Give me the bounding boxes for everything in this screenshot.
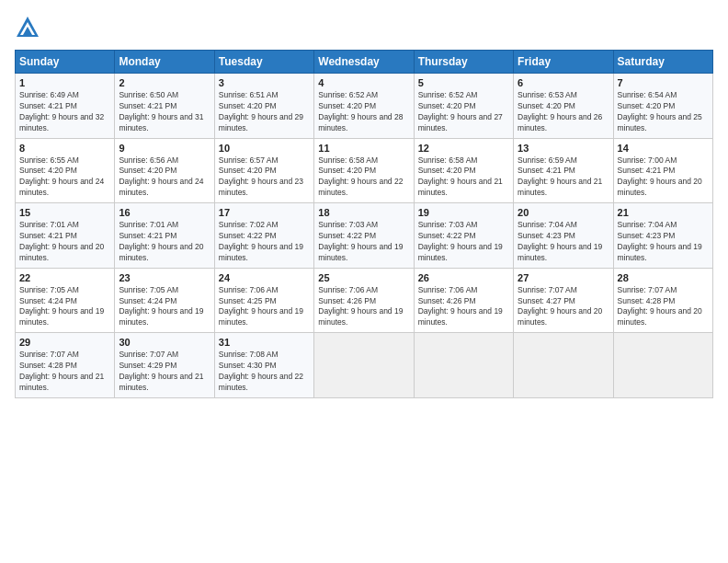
day-info: Sunrise: 7:00 AMSunset: 4:21 PMDaylight:… — [618, 155, 709, 200]
calendar-cell: 20Sunrise: 7:04 AMSunset: 4:23 PMDayligh… — [514, 203, 613, 269]
day-info: Sunrise: 7:07 AMSunset: 4:28 PMDaylight:… — [19, 350, 110, 394]
header-day-thursday: Thursday — [414, 51, 513, 74]
header-day-friday: Friday — [514, 51, 613, 74]
day-number: 9 — [119, 143, 210, 154]
day-info: Sunrise: 7:04 AMSunset: 4:23 PMDaylight:… — [518, 220, 609, 264]
header-day-saturday: Saturday — [613, 51, 712, 74]
calendar-cell: 10Sunrise: 6:57 AMSunset: 4:20 PMDayligh… — [214, 138, 313, 203]
logo — [15, 15, 44, 40]
day-info: Sunrise: 6:50 AMSunset: 4:21 PMDaylight:… — [119, 90, 210, 134]
calendar-cell: 16Sunrise: 7:01 AMSunset: 4:21 PMDayligh… — [115, 203, 214, 269]
calendar-cell: 11Sunrise: 6:58 AMSunset: 4:20 PMDayligh… — [314, 138, 414, 203]
day-info: Sunrise: 6:54 AMSunset: 4:20 PMDaylight:… — [618, 90, 709, 134]
calendar-cell: 4Sunrise: 6:52 AMSunset: 4:20 PMDaylight… — [314, 74, 414, 139]
day-number: 4 — [318, 77, 409, 88]
calendar-cell: 2Sunrise: 6:50 AMSunset: 4:21 PMDaylight… — [115, 74, 214, 139]
header-day-tuesday: Tuesday — [214, 51, 313, 74]
day-number: 1 — [19, 77, 110, 88]
day-number: 25 — [318, 272, 409, 283]
calendar-cell: 1Sunrise: 6:49 AMSunset: 4:21 PMDaylight… — [16, 74, 115, 139]
day-info: Sunrise: 6:59 AMSunset: 4:21 PMDaylight:… — [518, 155, 609, 200]
day-number: 19 — [418, 207, 509, 218]
day-info: Sunrise: 7:02 AMSunset: 4:22 PMDaylight:… — [219, 220, 310, 264]
day-number: 10 — [219, 143, 310, 154]
day-info: Sunrise: 6:53 AMSunset: 4:20 PMDaylight:… — [518, 90, 609, 134]
day-info: Sunrise: 6:58 AMSunset: 4:20 PMDaylight:… — [318, 155, 409, 200]
day-number: 12 — [418, 143, 509, 154]
day-number: 24 — [219, 272, 310, 283]
day-number: 23 — [119, 272, 210, 283]
week-row-1: 1Sunrise: 6:49 AMSunset: 4:21 PMDaylight… — [16, 74, 713, 139]
calendar-cell: 24Sunrise: 7:06 AMSunset: 4:25 PMDayligh… — [214, 268, 313, 333]
calendar-cell: 3Sunrise: 6:51 AMSunset: 4:20 PMDaylight… — [214, 74, 313, 139]
day-info: Sunrise: 7:04 AMSunset: 4:23 PMDaylight:… — [618, 220, 709, 264]
header-day-sunday: Sunday — [16, 51, 115, 74]
calendar-cell: 18Sunrise: 7:03 AMSunset: 4:22 PMDayligh… — [314, 203, 414, 269]
calendar-cell: 25Sunrise: 7:06 AMSunset: 4:26 PMDayligh… — [314, 268, 414, 333]
day-number: 15 — [19, 207, 110, 218]
header-day-wednesday: Wednesday — [314, 51, 414, 74]
day-info: Sunrise: 6:49 AMSunset: 4:21 PMDaylight:… — [19, 90, 110, 134]
calendar-cell: 27Sunrise: 7:07 AMSunset: 4:27 PMDayligh… — [514, 268, 613, 333]
day-info: Sunrise: 6:58 AMSunset: 4:20 PMDaylight:… — [418, 155, 509, 200]
day-number: 31 — [219, 337, 310, 348]
day-number: 29 — [19, 337, 110, 348]
day-number: 26 — [418, 272, 509, 283]
calendar-cell: 13Sunrise: 6:59 AMSunset: 4:21 PMDayligh… — [514, 138, 613, 203]
calendar-cell — [613, 333, 712, 398]
day-number: 5 — [418, 77, 509, 88]
day-info: Sunrise: 7:06 AMSunset: 4:25 PMDaylight:… — [219, 285, 310, 329]
day-info: Sunrise: 6:56 AMSunset: 4:20 PMDaylight:… — [119, 155, 210, 200]
day-info: Sunrise: 7:07 AMSunset: 4:28 PMDaylight:… — [618, 285, 709, 329]
day-number: 27 — [518, 272, 609, 283]
day-number: 6 — [518, 77, 609, 88]
calendar-cell — [514, 333, 613, 398]
day-info: Sunrise: 7:01 AMSunset: 4:21 PMDaylight:… — [19, 220, 110, 264]
day-info: Sunrise: 7:07 AMSunset: 4:27 PMDaylight:… — [518, 285, 609, 329]
calendar-header: SundayMondayTuesdayWednesdayThursdayFrid… — [16, 51, 713, 74]
day-info: Sunrise: 7:03 AMSunset: 4:22 PMDaylight:… — [418, 220, 509, 264]
day-info: Sunrise: 7:05 AMSunset: 4:24 PMDaylight:… — [119, 285, 210, 329]
day-info: Sunrise: 7:08 AMSunset: 4:30 PMDaylight:… — [219, 350, 310, 394]
day-number: 22 — [19, 272, 110, 283]
day-number: 13 — [518, 143, 609, 154]
calendar-cell: 21Sunrise: 7:04 AMSunset: 4:23 PMDayligh… — [613, 203, 712, 269]
day-number: 20 — [518, 207, 609, 218]
header-row: SundayMondayTuesdayWednesdayThursdayFrid… — [16, 51, 713, 74]
day-number: 3 — [219, 77, 310, 88]
week-row-4: 22Sunrise: 7:05 AMSunset: 4:24 PMDayligh… — [16, 268, 713, 333]
day-info: Sunrise: 7:03 AMSunset: 4:22 PMDaylight:… — [318, 220, 409, 264]
page: SundayMondayTuesdayWednesdayThursdayFrid… — [0, 0, 728, 563]
day-info: Sunrise: 7:06 AMSunset: 4:26 PMDaylight:… — [318, 285, 409, 329]
day-info: Sunrise: 6:52 AMSunset: 4:20 PMDaylight:… — [418, 90, 509, 134]
day-info: Sunrise: 6:57 AMSunset: 4:20 PMDaylight:… — [219, 155, 310, 200]
day-number: 30 — [119, 337, 210, 348]
logo-icon — [15, 15, 40, 40]
calendar-table: SundayMondayTuesdayWednesdayThursdayFrid… — [15, 50, 713, 398]
calendar-cell: 6Sunrise: 6:53 AMSunset: 4:20 PMDaylight… — [514, 74, 613, 139]
day-number: 21 — [618, 207, 709, 218]
day-info: Sunrise: 7:01 AMSunset: 4:21 PMDaylight:… — [119, 220, 210, 264]
header — [15, 15, 713, 40]
day-number: 17 — [219, 207, 310, 218]
calendar-cell: 12Sunrise: 6:58 AMSunset: 4:20 PMDayligh… — [414, 138, 513, 203]
calendar-cell: 7Sunrise: 6:54 AMSunset: 4:20 PMDaylight… — [613, 74, 712, 139]
calendar-cell: 30Sunrise: 7:07 AMSunset: 4:29 PMDayligh… — [115, 333, 214, 398]
day-number: 14 — [618, 143, 709, 154]
day-info: Sunrise: 7:06 AMSunset: 4:26 PMDaylight:… — [418, 285, 509, 329]
day-info: Sunrise: 6:55 AMSunset: 4:20 PMDaylight:… — [19, 155, 110, 200]
day-number: 7 — [618, 77, 709, 88]
calendar-cell: 28Sunrise: 7:07 AMSunset: 4:28 PMDayligh… — [613, 268, 712, 333]
day-number: 18 — [318, 207, 409, 218]
week-row-5: 29Sunrise: 7:07 AMSunset: 4:28 PMDayligh… — [16, 333, 713, 398]
calendar-cell — [314, 333, 414, 398]
day-info: Sunrise: 7:05 AMSunset: 4:24 PMDaylight:… — [19, 285, 110, 329]
calendar-cell: 29Sunrise: 7:07 AMSunset: 4:28 PMDayligh… — [16, 333, 115, 398]
calendar-cell: 31Sunrise: 7:08 AMSunset: 4:30 PMDayligh… — [214, 333, 313, 398]
calendar-cell: 26Sunrise: 7:06 AMSunset: 4:26 PMDayligh… — [414, 268, 513, 333]
day-number: 8 — [19, 143, 110, 154]
day-info: Sunrise: 6:51 AMSunset: 4:20 PMDaylight:… — [219, 90, 310, 134]
header-day-monday: Monday — [115, 51, 214, 74]
day-number: 11 — [318, 143, 409, 154]
week-row-2: 8Sunrise: 6:55 AMSunset: 4:20 PMDaylight… — [16, 138, 713, 203]
